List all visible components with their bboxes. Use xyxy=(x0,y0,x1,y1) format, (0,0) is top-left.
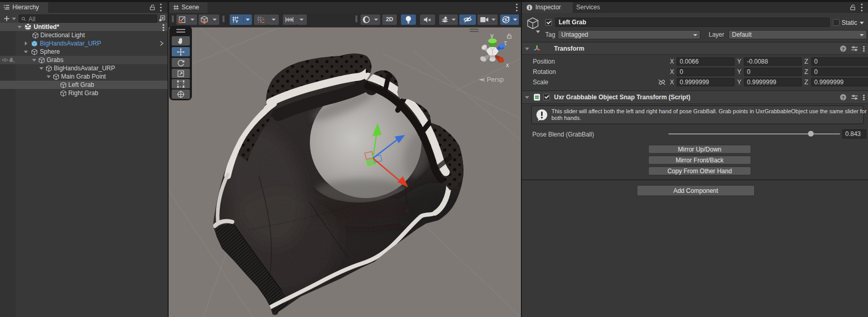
svg-text:x: x xyxy=(506,62,509,69)
svg-text:y: y xyxy=(490,32,493,39)
svg-text:Persp: Persp xyxy=(487,76,504,83)
svg-text:?: ? xyxy=(842,95,845,100)
svg-text:?: ? xyxy=(842,46,845,52)
svg-text:Y: Y xyxy=(235,19,238,23)
